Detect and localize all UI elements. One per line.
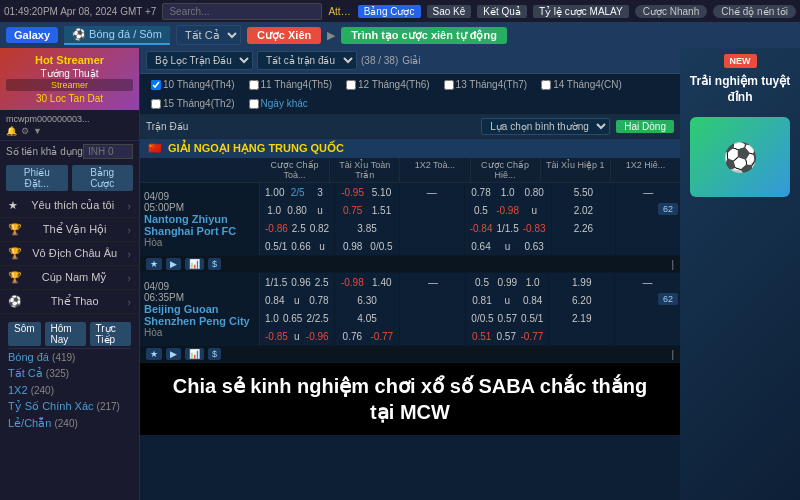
balance-input[interactable] — [83, 144, 133, 159]
half-chap-red-1-2[interactable]: -0.84 — [468, 222, 495, 235]
sidebar-item-thevanhhoi[interactable]: 🏆 Thể Vận Hội › — [0, 218, 139, 242]
odds-val-1-2[interactable]: 3 — [309, 186, 331, 199]
match-2-home[interactable]: Beijing Guoan — [144, 303, 255, 315]
date-checkbox-3[interactable] — [444, 80, 454, 90]
match-1-count-badge[interactable]: 62 — [658, 203, 678, 215]
bang-cuoc-button[interactable]: Bảng Cược — [72, 165, 134, 191]
m2-val-4[interactable]: u — [286, 294, 307, 307]
m2-half-val-1[interactable]: 0.5 — [469, 276, 494, 289]
m2-val-8[interactable]: 2/2.5 — [304, 312, 330, 325]
odds-val-1-5[interactable]: 2.5 — [290, 222, 308, 235]
date-checkbox-5[interactable] — [151, 99, 161, 109]
cuoc-button[interactable]: Bảng Cược — [358, 5, 421, 18]
tyso-link[interactable]: Tỷ Số Chính Xác (217) — [8, 398, 131, 415]
match-2-count-badge[interactable]: 62 — [658, 293, 678, 305]
star-btn-1[interactable]: ★ — [146, 258, 162, 270]
m2-val-6[interactable]: 1.0 — [263, 312, 281, 325]
odds-val-1-9[interactable]: u — [313, 240, 331, 253]
half-chap-val-1-3[interactable]: 0.80 — [521, 186, 548, 199]
phieu-dat-button[interactable]: Phiếu Đặt... — [6, 165, 68, 191]
m2-half-tx-3[interactable]: 2.19 — [552, 312, 611, 325]
odds-val-1-6[interactable]: 0.82 — [308, 222, 331, 235]
half-chap-val-1-2[interactable]: 1.0 — [494, 186, 521, 199]
streamer-banner[interactable]: Hot Streamer Tướng Thuật Streamer 30 Loc… — [0, 48, 139, 110]
odds-val-1-4[interactable]: u — [309, 204, 331, 217]
odds-chap-1-1[interactable]: 1.00 — [263, 186, 286, 199]
match-2-away[interactable]: Shenzhen Peng City — [144, 315, 255, 327]
cuoc-nhanh-toggle[interactable]: Cược Nhanh — [635, 5, 707, 18]
odds-val-1-8[interactable]: 0.66 — [289, 240, 312, 253]
odds-val-1-7[interactable]: 0.5/1 — [263, 240, 289, 253]
m2-half-tx-2[interactable]: 6.20 — [552, 294, 611, 307]
m2-half-val-7[interactable]: 0/0.5 — [469, 312, 495, 325]
video-btn-2[interactable]: ▶ — [166, 348, 181, 360]
m2-val-1[interactable]: 0.96 — [289, 276, 312, 289]
tructiep-tab[interactable]: Trực Tiếp — [90, 322, 131, 346]
m2-red-1[interactable]: -0.85 — [263, 330, 290, 343]
stats-btn-1[interactable]: 📊 — [185, 258, 204, 270]
bo-loc-select[interactable]: Bộ Lọc Trận Đầu — [146, 51, 253, 70]
cuoc-xien-button[interactable]: Cược Xiên — [247, 27, 321, 44]
m2-red-2[interactable]: -0.96 — [304, 330, 331, 343]
match-1-home[interactable]: Nantong Zhiyun — [144, 213, 255, 225]
m2-tx-val-2[interactable]: 6.30 — [338, 294, 397, 307]
m2-val-3[interactable]: 0.84 — [263, 294, 286, 307]
date-tab-5[interactable]: 15 Tháng4(Th2) — [146, 96, 240, 111]
money-btn-1[interactable]: $ — [208, 258, 221, 270]
sidebar-item-cupnammy[interactable]: 🏆 Cúp Nam Mỹ › — [0, 266, 139, 290]
m2-half-val-10[interactable]: 0.57 — [494, 330, 519, 343]
m2-1x2-val-1[interactable]: — — [403, 276, 462, 289]
tat-ca-select[interactable]: Tất cả trận đầu — [257, 51, 357, 70]
half-tx-val-1-3[interactable]: 2.26 — [555, 222, 613, 235]
taixiu-val-1-1[interactable]: 5.10 — [367, 186, 396, 199]
taixiu-red-1-2[interactable]: 0.75 — [338, 204, 367, 217]
som-tab[interactable]: Sôm — [8, 322, 41, 346]
m2-tx-val-3[interactable]: 4.05 — [338, 312, 397, 325]
date-tab-4[interactable]: 14 Tháng4(CN) — [536, 77, 627, 92]
taixiu-val-1-3[interactable]: 3.85 — [338, 222, 396, 235]
money-btn-2[interactable]: $ — [208, 348, 221, 360]
m2-tx-val-1[interactable]: 1.40 — [367, 276, 396, 289]
half-chap-val-1-7[interactable]: 0.64 — [468, 240, 495, 253]
tatca-link[interactable]: Tất Cả (325) — [8, 365, 131, 382]
homhay-tab[interactable]: Hôm Nay — [45, 322, 86, 346]
half-tx-val-1-2[interactable]: 2.02 — [555, 204, 613, 217]
odds-chap-1-2[interactable]: 1.0 — [263, 204, 285, 217]
m2-half-val-8[interactable]: 0.57 — [496, 312, 519, 325]
1x2-link[interactable]: 1X2 (240) — [8, 382, 131, 398]
m2-tx-red-1[interactable]: -0.98 — [338, 276, 367, 289]
tile-button[interactable]: Tỷ lệ cược MALAY — [533, 5, 629, 18]
date-tab-0[interactable]: 10 Tháng4(Th4) — [146, 77, 240, 92]
m2-val-2[interactable]: 2.5 — [313, 276, 331, 289]
m2-half-tx-1[interactable]: 1.99 — [552, 276, 611, 289]
half-chap-val-1-1[interactable]: 0.78 — [468, 186, 495, 199]
m2-val-5[interactable]: 0.78 — [307, 294, 330, 307]
date-tab-1[interactable]: 11 Tháng4(Th5) — [244, 77, 338, 92]
m2-half-red-2[interactable]: -0.77 — [519, 330, 546, 343]
half-1x2-val-1-1[interactable]: — — [619, 186, 677, 199]
half-chap-red-1-1[interactable]: -0.98 — [494, 204, 521, 217]
sport-filter[interactable]: Tất Cả — [176, 25, 241, 45]
odds-val-1-3[interactable]: 0.80 — [285, 204, 308, 217]
half-chap-val-1-8[interactable]: u — [494, 240, 521, 253]
m2-val-7[interactable]: 0.65 — [281, 312, 304, 325]
sidebar-item-vodich[interactable]: 🏆 Vô Địch Châu Âu › — [0, 242, 139, 266]
m2-half-val-2[interactable]: 0.99 — [495, 276, 520, 289]
search-input[interactable] — [162, 3, 322, 20]
m2-half-val-9[interactable]: 0.5/1 — [519, 312, 545, 325]
taixiu-val-1-2[interactable]: 1.51 — [367, 204, 396, 217]
1x2-val-1-1[interactable]: — — [403, 186, 461, 199]
lechan-link[interactable]: Lẻ/Chẵn (240) — [8, 415, 131, 432]
date-checkbox-4[interactable] — [541, 80, 551, 90]
video-btn-1[interactable]: ▶ — [166, 258, 181, 270]
odds-val-1-1[interactable]: 2/5 — [286, 186, 308, 199]
star-btn-2[interactable]: ★ — [146, 348, 162, 360]
m2-tx-red-2[interactable]: -0.77 — [367, 330, 396, 343]
m2-half-val-3[interactable]: 1.0 — [520, 276, 545, 289]
m2-half-red-1[interactable]: 0.51 — [469, 330, 494, 343]
date-tab-2[interactable]: 12 Tháng4(Th6) — [341, 77, 435, 92]
taixiu-val-1-4[interactable]: 0.98 — [338, 240, 367, 253]
chedo-toggle[interactable]: Chế độ nền tối — [713, 5, 796, 18]
date-tab-other[interactable]: Ngày khác — [244, 96, 313, 111]
date-checkbox-2[interactable] — [346, 80, 356, 90]
